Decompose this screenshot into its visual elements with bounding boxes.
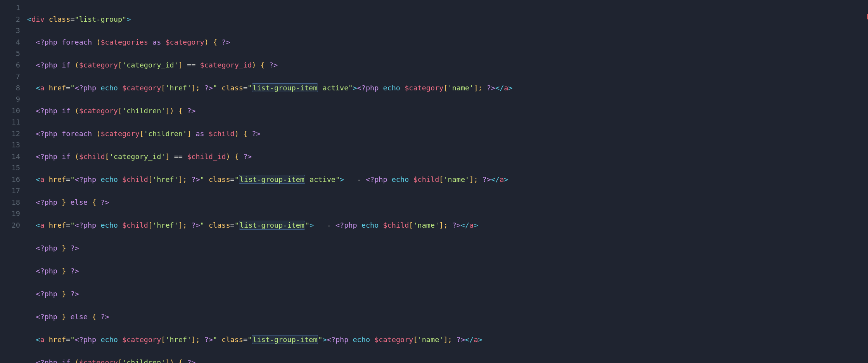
line-number: 16: [0, 174, 20, 185]
search-match: list-group-item: [239, 175, 305, 184]
line-number: 9: [0, 93, 20, 105]
code-line[interactable]: <?php } else { ?>: [27, 197, 868, 208]
code-line[interactable]: <?php } ?>: [27, 288, 868, 300]
code-line[interactable]: <?php if ($category['children']) { ?>: [27, 105, 868, 117]
line-number: 7: [0, 71, 20, 82]
line-number-gutter: 1 2 3 4 5 6 7 8 9 10 11 12 13 14 15 16 1…: [0, 0, 27, 363]
code-line[interactable]: <a href="<?php echo $category['href']; ?…: [27, 82, 868, 94]
line-number: 12: [0, 128, 20, 140]
code-editor: 1 2 3 4 5 6 7 8 9 10 11 12 13 14 15 16 1…: [0, 0, 868, 363]
line-number: 18: [0, 197, 20, 208]
line-number: 3: [0, 25, 20, 36]
search-match: list-group-item: [252, 335, 318, 344]
line-number: 19: [0, 208, 20, 220]
line-number: 13: [0, 139, 20, 151]
line-number: 10: [0, 105, 20, 117]
code-line[interactable]: <?php foreach ($categories as $category)…: [27, 36, 868, 48]
code-line[interactable]: <a href="<?php echo $child['href']; ?>" …: [27, 220, 868, 231]
code-line[interactable]: <?php if ($category['category_id'] == $c…: [27, 59, 868, 71]
code-line[interactable]: <?php if ($child['category_id'] == $chil…: [27, 151, 868, 162]
line-number: 15: [0, 162, 20, 174]
code-line[interactable]: <div class="list-group">: [27, 14, 868, 25]
line-number: 6: [0, 59, 20, 71]
code-content[interactable]: <div class="list-group"> <?php foreach (…: [27, 0, 868, 363]
line-number: 8: [0, 82, 20, 94]
line-number: 1: [0, 2, 20, 14]
line-number: 2: [0, 14, 20, 25]
line-number: 14: [0, 151, 20, 162]
line-number: 11: [0, 116, 20, 128]
line-number: 17: [0, 185, 20, 197]
code-line[interactable]: <a href="<?php echo $child['href']; ?>" …: [27, 174, 868, 185]
code-line[interactable]: <a href="<?php echo $category['href']; ?…: [27, 334, 868, 346]
code-line[interactable]: <?php } else { ?>: [27, 311, 868, 323]
code-line[interactable]: <?php foreach ($category['children'] as …: [27, 128, 868, 140]
line-number: 4: [0, 36, 20, 48]
search-match: list-group-item: [252, 83, 318, 92]
code-line[interactable]: <?php if ($category['children']) { ?>: [27, 357, 868, 363]
line-number: 20: [0, 220, 20, 231]
code-line[interactable]: <?php } ?>: [27, 242, 868, 254]
line-number: 5: [0, 48, 20, 59]
code-line[interactable]: <?php } ?>: [27, 265, 868, 277]
search-match: list-group-item: [239, 221, 305, 230]
